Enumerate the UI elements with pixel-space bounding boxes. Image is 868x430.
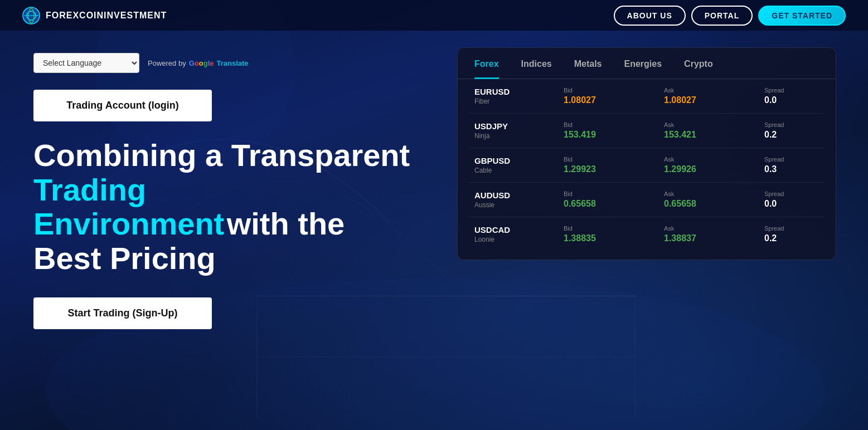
bid-value: 0.65658 [564,199,664,209]
spread-value: 0.2 [764,233,836,243]
spread-value: 0.2 [764,130,836,140]
pair-name: AUDUSD [474,190,564,200]
bid-group: Bid 153.419 [564,121,664,140]
spread-group: Spread 0.0 [764,190,836,209]
table-row: EURUSD Fiber Bid 1.08027 Ask 1.08027 Spr… [469,79,825,114]
trading-account-login-button[interactable]: Trading Account (login) [33,90,212,121]
bid-label: Bid [564,87,664,94]
portal-button[interactable]: PORTAL [691,6,753,26]
nav-right: ABOUT US PORTAL GET STARTED [614,6,846,26]
pair-name: GBPUSD [474,156,564,165]
ask-value: 1.29926 [664,164,764,174]
headline-line3-white: with the [227,206,345,241]
widget-tabs: Forex Indices Metals Energies Crypto [458,48,836,79]
ask-group: Ask 1.29926 [664,156,764,174]
bid-group: Bid 0.65658 [564,190,664,209]
bid-label: Bid [564,156,664,163]
headline-line1: Combining a Transparent [33,138,424,173]
spread-label: Spread [764,190,836,197]
ask-value: 0.65658 [664,199,764,209]
left-panel: Select Language Powered by Google Transl… [0,31,457,430]
powered-by-label: Powered by [148,59,186,67]
ask-value: 1.38837 [664,233,764,243]
ask-group: Ask 1.08027 [664,87,764,105]
spread-value: 0.3 [764,164,836,174]
tab-metals[interactable]: Metals [574,59,602,79]
spread-group: Spread 0.2 [764,121,836,140]
trading-widget: Forex Indices Metals Energies Crypto EUR… [457,47,836,260]
spread-label: Spread [764,87,836,94]
ask-label: Ask [664,156,764,163]
pair-name: EURUSD [474,87,564,96]
bid-label: Bid [564,121,664,128]
headline: Combining a Transparent Trading Environm… [33,138,424,275]
pair-info: USDJPY Ninja [474,121,564,140]
bid-value: 1.29923 [564,164,664,174]
table-row: AUDUSD Aussie Bid 0.65658 Ask 0.65658 Sp… [469,183,825,217]
widget-table: EURUSD Fiber Bid 1.08027 Ask 1.08027 Spr… [458,79,836,260]
right-panel: Forex Indices Metals Energies Crypto EUR… [457,31,868,430]
spread-label: Spread [764,156,836,163]
headline-line3-cyan: Environment [33,206,224,241]
pair-nick: Cable [474,167,564,174]
ask-value: 1.08027 [664,95,764,105]
headline-line2: Trading [33,173,424,207]
ask-group: Ask 1.38837 [664,225,764,243]
pair-info: AUDUSD Aussie [474,190,564,209]
tab-crypto[interactable]: Crypto [684,59,713,79]
bid-group: Bid 1.08027 [564,87,664,105]
spread-group: Spread 0.2 [764,225,836,243]
pair-name: USDCAD [474,225,564,234]
spread-label: Spread [764,225,836,232]
pair-info: USDCAD Loonie [474,225,564,243]
spread-label: Spread [764,121,836,128]
tab-forex[interactable]: Forex [474,59,499,79]
bid-label: Bid [564,225,664,232]
ask-group: Ask 0.65658 [664,190,764,209]
ask-label: Ask [664,87,764,94]
bid-value: 153.419 [564,130,664,140]
headline-line3: Environment with the [33,207,424,241]
logo-icon [22,7,40,25]
pair-nick: Fiber [474,97,564,105]
pair-info: EURUSD Fiber [474,87,564,105]
ask-label: Ask [664,190,764,197]
tab-energies[interactable]: Energies [624,59,662,79]
spread-value: 0.0 [764,95,836,105]
spread-group: Spread 0.0 [764,87,836,105]
pair-info: GBPUSD Cable [474,156,564,174]
headline-line5: Best Pricing [33,241,424,276]
main-content: Select Language Powered by Google Transl… [0,31,868,430]
bid-group: Bid 1.38835 [564,225,664,243]
ask-label: Ask [664,121,764,128]
tab-indices[interactable]: Indices [521,59,552,79]
spread-value: 0.0 [764,199,836,209]
language-bar: Select Language Powered by Google Transl… [33,53,424,73]
translate-text: Translate [217,59,249,67]
pair-nick: Loonie [474,236,564,243]
spread-group: Spread 0.3 [764,156,836,174]
ask-label: Ask [664,225,764,232]
language-select[interactable]: Select Language [33,53,139,73]
table-row: GBPUSD Cable Bid 1.29923 Ask 1.29926 Spr… [469,148,825,183]
logo: FOREXCOININVESTMENT [22,7,167,25]
start-trading-signup-button[interactable]: Start Trading (Sign-Up) [33,297,212,329]
ask-value: 153.421 [664,130,764,140]
header: FOREXCOININVESTMENT ABOUT US PORTAL GET … [0,0,868,31]
powered-by-text: Powered by Google Translate [148,59,249,67]
get-started-button[interactable]: GET STARTED [758,6,846,26]
pair-name: USDJPY [474,121,564,131]
bid-value: 1.08027 [564,95,664,105]
bid-value: 1.38835 [564,233,664,243]
about-us-button[interactable]: ABOUT US [614,6,686,26]
google-text: Google [189,59,214,67]
table-row: USDJPY Ninja Bid 153.419 Ask 153.421 Spr… [469,114,825,148]
bid-label: Bid [564,190,664,197]
bid-group: Bid 1.29923 [564,156,664,174]
ask-group: Ask 153.421 [664,121,764,140]
table-row: USDCAD Loonie Bid 1.38835 Ask 1.38837 Sp… [469,217,825,251]
pair-nick: Aussie [474,201,564,209]
logo-text: FOREXCOININVESTMENT [46,11,167,21]
pair-nick: Ninja [474,132,564,140]
